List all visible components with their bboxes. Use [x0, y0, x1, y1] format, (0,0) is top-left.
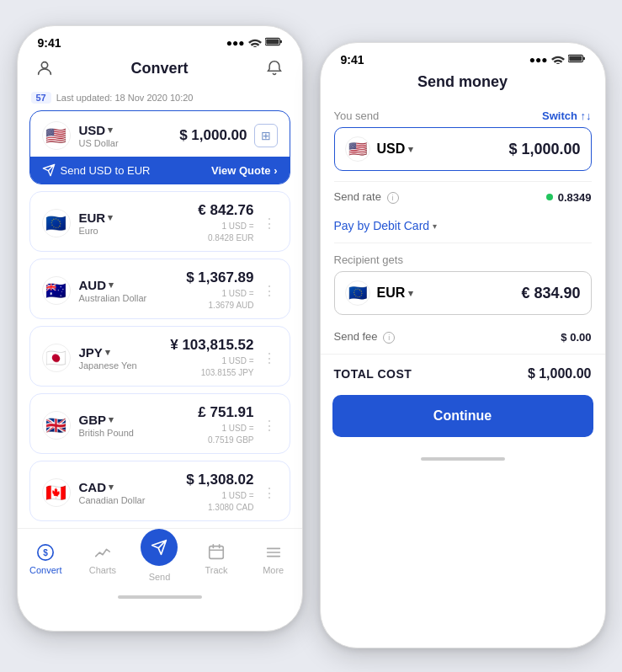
bell-icon[interactable]: [263, 56, 286, 80]
recipient-eur-amount: € 834.90: [521, 285, 580, 302]
chevron-down-icon: ▾: [433, 221, 437, 231]
calculator-icon[interactable]: ⊞: [254, 124, 278, 147]
send-text: Send USD to EUR: [42, 163, 151, 177]
tab-more[interactable]: More: [245, 542, 302, 575]
tab-track-label: Track: [205, 565, 228, 575]
send-fee-row: Send fee i $ 0.00: [321, 325, 605, 354]
status-bar: 9:41 ●●●: [18, 26, 302, 53]
jpy-amount: ¥ 103,815.52: [170, 337, 253, 354]
gbp-name: British Pound: [79, 428, 134, 438]
send-rate-value: 0.8349: [546, 191, 592, 204]
more-dots-icon[interactable]: ⋮: [261, 418, 278, 434]
signal-icon: ●●●: [226, 37, 245, 49]
continue-button[interactable]: Continue: [332, 395, 593, 437]
recipient-currency-row[interactable]: 🇪🇺 EUR ▾ € 834.90: [334, 271, 592, 315]
last-updated-bar: 57 Last updated: 18 Nov 2020 10:20: [18, 88, 302, 110]
eur-code: EUR ▾: [79, 211, 114, 225]
recipient-currency-left: 🇪🇺 EUR ▾: [345, 280, 414, 306]
convert-tab-icon: $: [35, 542, 56, 563]
usd-name: US Dollar: [79, 138, 119, 148]
home-bar: [118, 595, 202, 599]
send-rate-label: Send rate i: [334, 190, 399, 204]
more-dots-icon[interactable]: ⋮: [261, 485, 278, 501]
cad-flag: 🇨🇦: [42, 478, 71, 507]
tab-convert[interactable]: $ Convert: [18, 542, 75, 575]
battery-icon-2: [568, 54, 585, 66]
usd-amount: $ 1,000.00: [179, 127, 247, 144]
aud-name: Australian Dollar: [79, 293, 147, 303]
send-rate-row: Send rate i 0.8349: [321, 182, 605, 212]
total-cost-value: $ 1,000.00: [528, 366, 592, 381]
send-tab-btn[interactable]: [141, 529, 178, 566]
home-indicator-2: [321, 447, 605, 464]
status-icons: ●●●: [226, 37, 282, 50]
cad-amount: $ 1,308.02: [186, 472, 253, 488]
eur-rate: 1 USD = 0.8428 EUR: [208, 221, 253, 244]
wifi-icon: [248, 37, 262, 50]
status-bar-2: 9:41 ●●●: [321, 43, 605, 70]
battery-icon: [265, 37, 282, 49]
eur-flag: 🇪🇺: [42, 209, 71, 237]
recipient-label-row: Recipient gets: [334, 253, 592, 266]
send-fee-label: Send fee i: [334, 330, 396, 344]
more-dots-icon[interactable]: ⋮: [261, 283, 278, 299]
nav-header: Convert: [18, 53, 302, 88]
track-tab-icon: [206, 542, 226, 563]
jpy-rate: 1 USD = 103.8155 JPY: [201, 355, 254, 379]
more-tab-icon: [263, 542, 284, 563]
send-money-content: You send Switch ↑↓ 🇺🇸 USD ▾ $ 1,000.00: [321, 99, 605, 464]
signal-icon-2: ●●●: [529, 54, 548, 66]
cad-code: CAD ▾: [79, 480, 146, 494]
svg-point-3: [41, 62, 47, 68]
recipient-eur-code[interactable]: EUR ▾: [377, 285, 414, 301]
tab-bar: $ Convert Charts Send: [18, 528, 302, 585]
list-item[interactable]: 🇦🇺 AUD ▾ Australian Dollar: [29, 259, 290, 319]
info-icon[interactable]: i: [387, 192, 399, 204]
aud-amount: $ 1,367.89: [186, 269, 253, 286]
view-quote-link[interactable]: View Quote ›: [211, 164, 278, 177]
tab-charts[interactable]: Charts: [74, 542, 131, 575]
tab-track[interactable]: Track: [188, 542, 245, 575]
more-dots-icon[interactable]: ⋮: [261, 350, 278, 366]
list-item[interactable]: 🇯🇵 JPY ▾ Japanese Yen ¥ 1: [29, 326, 290, 387]
send-usd-amount: $ 1,000.00: [508, 141, 580, 158]
list-item[interactable]: 🇬🇧 GBP ▾ British Pound £: [29, 393, 290, 454]
recipient-section: Recipient gets 🇪🇺 EUR ▾ € 834.90: [321, 243, 605, 325]
pay-method-label: Pay by Debit Card: [334, 219, 430, 232]
green-dot: [546, 194, 553, 200]
list-item[interactable]: 🇪🇺 EUR ▾ Euro € 842.76: [29, 191, 290, 252]
send-fee-value: $ 0.00: [561, 331, 591, 344]
recipient-eur-flag: 🇪🇺: [345, 280, 370, 306]
profile-icon[interactable]: [33, 56, 56, 80]
tab-send[interactable]: Send: [131, 536, 189, 582]
charts-tab-icon: [93, 542, 113, 563]
you-send-label-row: You send Switch ↑↓: [334, 109, 592, 122]
you-send-section: You send Switch ↑↓ 🇺🇸 USD ▾ $ 1,000.00: [321, 99, 605, 181]
switch-button[interactable]: Switch ↑↓: [542, 109, 592, 122]
send-currency-row[interactable]: 🇺🇸 USD ▾ $ 1,000.00: [334, 127, 592, 171]
pay-method-row[interactable]: Pay by Debit Card ▾: [321, 212, 605, 243]
gbp-amount: £ 751.91: [198, 404, 253, 421]
tab-convert-label: Convert: [29, 565, 62, 575]
svg-rect-6: [210, 547, 224, 559]
gbp-rate: 1 USD = 0.7519 GBP: [208, 423, 253, 446]
base-currency-card[interactable]: 🇺🇸 USD ▾ US Dollar $ 1,000.00 ⊞: [29, 110, 290, 184]
cad-name: Canadian Dollar: [79, 495, 146, 505]
total-cost-label: TOTAL COST: [334, 367, 412, 381]
jpy-code: JPY ▾: [79, 345, 137, 360]
send-bar[interactable]: Send USD to EUR View Quote ›: [30, 157, 290, 184]
home-bar-2: [421, 457, 505, 461]
more-dots-icon[interactable]: ⋮: [261, 216, 278, 232]
home-indicator: [18, 585, 302, 602]
send-currency-left: 🇺🇸 USD ▾: [345, 136, 414, 162]
aud-flag: 🇦🇺: [42, 276, 71, 305]
fee-info-icon[interactable]: i: [383, 332, 395, 344]
svg-rect-15: [569, 56, 582, 61]
tab-charts-label: Charts: [89, 565, 116, 575]
recipient-gets-label: Recipient gets: [334, 253, 403, 266]
gbp-code: GBP ▾: [79, 413, 134, 427]
list-item[interactable]: 🇨🇦 CAD ▾ Canadian Dollar: [29, 461, 290, 521]
eur-name: Euro: [79, 226, 114, 236]
send-usd-code[interactable]: USD ▾: [377, 141, 414, 157]
aud-code: AUD ▾: [79, 278, 147, 292]
